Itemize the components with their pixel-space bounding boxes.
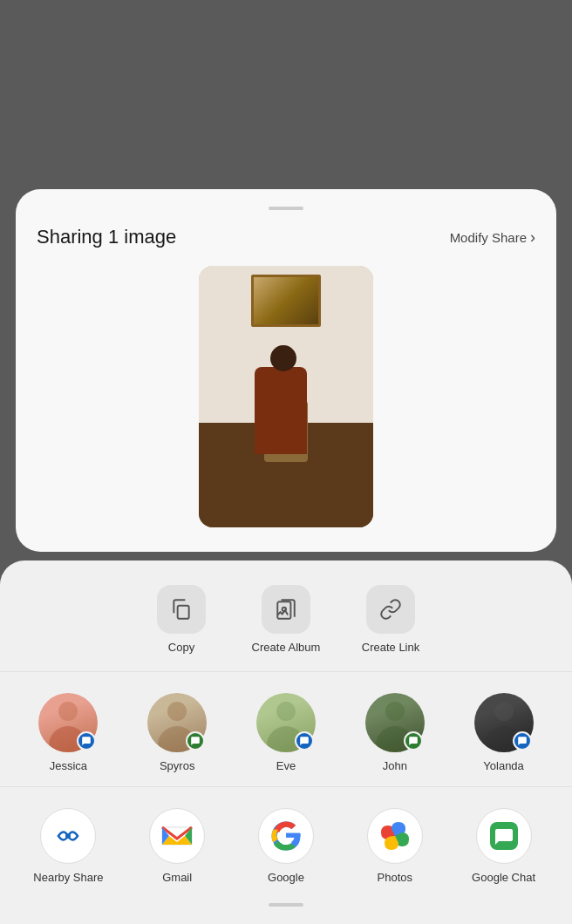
modify-share-label: Modify Share — [450, 230, 527, 245]
apps-section: Nearby Share Gmail — [0, 787, 572, 893]
shared-image-preview — [199, 266, 373, 527]
photos-label: Photos — [378, 871, 412, 886]
message-badge-spyros — [186, 731, 205, 751]
contact-yolanda[interactable]: Yolanda — [460, 693, 548, 772]
contacts-section: Jessica Spyros — [0, 672, 572, 787]
modify-share-button[interactable]: Modify Share › — [450, 228, 535, 247]
contact-name-yolanda: Yolanda — [483, 759, 524, 772]
app-photos[interactable]: Photos — [351, 808, 439, 886]
drag-handle — [269, 207, 303, 210]
google-chat-icon — [487, 819, 521, 853]
top-card: Sharing 1 image Modify Share › — [16, 189, 556, 552]
contact-name-jessica: Jessica — [50, 759, 87, 772]
message-badge-jessica — [77, 731, 96, 751]
contact-name-spyros: Spyros — [160, 759, 194, 772]
contact-name-eve: Eve — [276, 759, 296, 772]
contact-avatar-wrap-jessica — [38, 693, 98, 752]
contact-jessica[interactable]: Jessica — [24, 693, 112, 772]
copy-label: Copy — [168, 641, 194, 654]
header-row: Sharing 1 image Modify Share › — [37, 226, 535, 248]
photos-icon — [378, 819, 412, 853]
copy-icon — [170, 598, 193, 621]
google-chat-label: Google Chat — [472, 871, 535, 886]
app-gmail[interactable]: Gmail — [133, 808, 221, 886]
sheet-title: Sharing 1 image — [37, 226, 176, 248]
contact-spyros[interactable]: Spyros — [133, 693, 221, 772]
contact-avatar-wrap-spyros — [147, 693, 207, 752]
album-icon-circle — [262, 585, 310, 634]
contact-avatar-wrap-yolanda — [474, 693, 534, 752]
link-icon-circle — [366, 585, 415, 634]
apps-row: Nearby Share Gmail — [14, 808, 558, 886]
copy-icon-circle — [157, 585, 206, 634]
gmail-icon-circle — [149, 808, 205, 864]
svg-rect-0 — [178, 606, 189, 619]
google-label: Google — [268, 871, 304, 886]
message-badge-yolanda — [513, 731, 532, 751]
contact-avatar-wrap-eve — [256, 693, 316, 752]
bottom-sheet: Copy Create Album — [0, 561, 572, 924]
contact-john[interactable]: John — [351, 693, 439, 772]
message-badge-john — [404, 731, 423, 751]
contact-name-john: John — [383, 759, 407, 772]
copy-action[interactable]: Copy — [146, 585, 216, 654]
google-icon-circle — [258, 808, 314, 864]
nearby-share-icon-circle — [40, 808, 96, 864]
message-badge-eve — [295, 731, 314, 751]
gmail-icon — [160, 824, 194, 848]
album-icon — [275, 598, 297, 621]
app-google[interactable]: Google — [242, 808, 330, 886]
nearby-share-icon — [51, 819, 85, 853]
google-chat-icon-circle — [476, 808, 532, 864]
chevron-right-icon: › — [530, 228, 535, 247]
create-album-label: Create Album — [252, 641, 321, 654]
create-link-action[interactable]: Create Link — [356, 585, 426, 654]
svg-point-3 — [65, 833, 71, 839]
actions-row: Copy Create Album — [0, 561, 572, 672]
app-nearby-share[interactable]: Nearby Share — [24, 808, 112, 886]
sheet-container: Sharing 1 image Modify Share › — [0, 0, 572, 924]
create-album-action[interactable]: Create Album — [251, 585, 321, 654]
gmail-label: Gmail — [162, 871, 192, 886]
link-icon — [379, 598, 402, 621]
app-google-chat[interactable]: Google Chat — [460, 808, 548, 886]
google-icon — [270, 820, 302, 852]
create-link-label: Create Link — [362, 641, 419, 654]
contacts-row: Jessica Spyros — [14, 693, 558, 772]
nearby-share-label: Nearby Share — [33, 871, 103, 886]
contact-avatar-wrap-john — [365, 693, 425, 752]
photos-icon-circle — [367, 808, 423, 864]
contact-eve[interactable]: Eve — [242, 693, 330, 772]
bottom-drag-handle — [269, 903, 303, 907]
